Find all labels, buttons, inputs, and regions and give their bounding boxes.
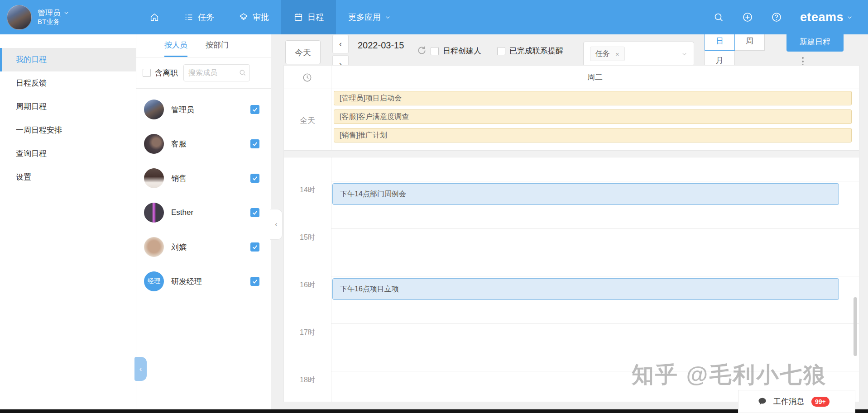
- scrollbar-thumb[interactable]: [854, 297, 857, 356]
- sidebar-item[interactable]: 日程反馈: [0, 71, 136, 95]
- hour-label: 17时: [284, 328, 331, 337]
- nav-item-home[interactable]: [137, 0, 172, 34]
- hour-label: 15时: [284, 233, 331, 242]
- people-tab[interactable]: 按人员: [164, 34, 187, 57]
- member-avatar: [144, 203, 164, 223]
- timed-event[interactable]: 下午14点部门周例会: [332, 183, 839, 205]
- day-header: 周二: [284, 66, 859, 89]
- hour-cell[interactable]: 下午16点项目立项: [331, 276, 859, 323]
- topbar-right: eteams: [713, 10, 868, 24]
- hour-grid: 14时下午14点部门周例会15时16时下午16点项目立项17时18时: [284, 157, 859, 402]
- timed-event[interactable]: 下午16点项目立项: [332, 278, 839, 300]
- main-nav: 任务审批日程更多应用: [137, 0, 403, 34]
- allday-event[interactable]: [管理员]项目启动会: [334, 91, 852, 105]
- member-name: 研发经理: [171, 276, 202, 287]
- allday-grid-divider: [284, 151, 859, 157]
- people-tab[interactable]: 按部门: [206, 34, 229, 57]
- creator-checkbox[interactable]: [431, 47, 439, 55]
- filter-completed: 已完成联系提醒: [497, 46, 563, 56]
- more-options-icon[interactable]: [802, 57, 804, 66]
- help-icon[interactable]: [771, 12, 782, 23]
- chevron-down-icon: [385, 14, 391, 20]
- nav-item-schedule[interactable]: 日程: [281, 0, 336, 34]
- user-avatar[interactable]: [7, 5, 32, 30]
- chevron-left-icon: ‹: [339, 39, 342, 49]
- type-tag-label: 任务: [595, 49, 610, 59]
- prev-day-button[interactable]: ‹: [332, 35, 349, 53]
- user-menu[interactable]: 管理员 BT业务: [38, 8, 69, 26]
- app-window: 管理员 BT业务 任务审批日程更多应用 eteams 我的日程日程反馈周期日程一…: [0, 0, 868, 413]
- member-avatar-text: 经理: [148, 277, 160, 285]
- include-resigned-checkbox[interactable]: [143, 69, 151, 77]
- chevron-down-icon: [63, 10, 69, 16]
- collapse-sidebar-handle[interactable]: ‹: [134, 357, 147, 381]
- people-panel: 按人员按部门 含离职 管理员客服销售Esther刘嫔经理研发经理: [136, 34, 271, 409]
- remove-tag-icon[interactable]: ×: [615, 50, 619, 58]
- member-avatar: 经理: [144, 271, 164, 291]
- member-checkbox[interactable]: [250, 242, 259, 252]
- member-row[interactable]: 客服: [136, 127, 271, 161]
- member-name: Esther: [171, 208, 193, 217]
- brand-menu[interactable]: eteams: [800, 10, 853, 24]
- include-resigned-label: 含离职: [155, 68, 178, 78]
- sidebar-item[interactable]: 查询日程: [0, 142, 136, 166]
- nav-item-more-apps[interactable]: 更多应用: [336, 0, 403, 34]
- type-filter-select[interactable]: 任务 ×: [583, 42, 694, 66]
- nav-item-tasks[interactable]: 任务: [172, 0, 226, 34]
- member-row[interactable]: 经理研发经理: [136, 264, 271, 299]
- member-row[interactable]: 销售: [136, 161, 271, 195]
- completed-label: 已完成联系提醒: [509, 46, 563, 56]
- calendar-day-view: 周二 全天 [管理员]项目启动会[客服]客户满意度调查[销售]推广计划 14时下…: [283, 65, 859, 402]
- member-list: 管理员客服销售Esther刘嫔经理研发经理: [136, 89, 271, 299]
- sidebar-item[interactable]: 一周日程安排: [0, 119, 136, 142]
- hour-label: 18时: [284, 375, 331, 385]
- work-message-bar[interactable]: 工作消息 99+: [738, 390, 855, 413]
- hour-label: 14时: [284, 185, 331, 195]
- refresh-icon[interactable]: [417, 45, 427, 56]
- member-checkbox[interactable]: [250, 277, 259, 286]
- calendar-icon: [293, 12, 303, 22]
- hour-row: 14时下午14点部门周例会: [284, 181, 859, 228]
- hour-label: 16时: [284, 280, 331, 290]
- plus-circle-icon[interactable]: [742, 12, 753, 23]
- sidebar-item[interactable]: 设置: [0, 166, 136, 189]
- sidebar-item[interactable]: 周期日程: [0, 95, 136, 119]
- member-checkbox[interactable]: [250, 174, 259, 183]
- nav-item-approval[interactable]: 审批: [226, 0, 281, 34]
- sidebar-menu: 我的日程日程反馈周期日程一周日程安排查询日程设置: [0, 34, 136, 189]
- completed-checkbox[interactable]: [497, 47, 505, 55]
- allday-label: 全天: [284, 115, 331, 126]
- member-avatar: [144, 168, 164, 188]
- member-row[interactable]: Esther: [136, 195, 271, 230]
- today-button[interactable]: 今天: [285, 40, 321, 64]
- work-message-label: 工作消息: [773, 396, 804, 407]
- user-org: BT业务: [38, 18, 69, 26]
- hour-cell[interactable]: [331, 228, 859, 276]
- hour-cell[interactable]: [331, 323, 859, 371]
- search-icon[interactable]: [713, 12, 724, 23]
- view-switcher: 日周月: [705, 31, 767, 70]
- people-filter-row: 含离职: [136, 57, 271, 89]
- collapse-people-handle[interactable]: ‹: [270, 209, 283, 240]
- current-date: 2022-03-15: [358, 40, 404, 51]
- member-name: 刘嫔: [171, 242, 187, 252]
- nav-item-label: 任务: [198, 12, 214, 23]
- allday-event[interactable]: [客服]客户满意度调查: [334, 109, 852, 124]
- search-icon: [239, 69, 246, 76]
- member-checkbox[interactable]: [250, 208, 259, 217]
- member-row[interactable]: 管理员: [136, 92, 271, 127]
- chat-bubble-icon: [758, 397, 767, 406]
- allday-section: 全天 [管理员]项目启动会[客服]客户满意度调查[销售]推广计划: [284, 89, 859, 151]
- sidebar: 我的日程日程反馈周期日程一周日程安排查询日程设置: [0, 34, 136, 409]
- member-name: 管理员: [171, 104, 194, 115]
- member-checkbox[interactable]: [250, 105, 259, 114]
- create-schedule-button[interactable]: 新建日程: [786, 32, 844, 52]
- sidebar-item[interactable]: 我的日程: [0, 48, 136, 71]
- creator-label: 日程创建人: [443, 46, 481, 56]
- allday-event[interactable]: [销售]推广计划: [334, 128, 852, 142]
- unread-count-badge: 99+: [811, 397, 830, 407]
- member-row[interactable]: 刘嫔: [136, 230, 271, 264]
- member-checkbox[interactable]: [250, 139, 259, 148]
- member-avatar: [144, 100, 164, 119]
- hour-cell[interactable]: 下午14点部门周例会: [331, 181, 859, 228]
